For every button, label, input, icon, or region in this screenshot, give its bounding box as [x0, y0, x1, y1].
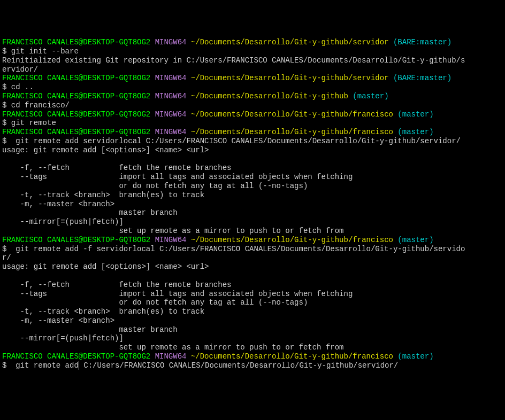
cwd-path: ~/Documents/Desarrollo/Git-y-github/fran…	[191, 352, 393, 361]
command-line: $ git remote add -f servidorlocal C:/Use…	[2, 245, 503, 263]
prompt-line: FRANCISCO CANALES@DESKTOP-GQT8OG2 MINGW6…	[2, 110, 503, 119]
cwd-path: ~/Documents/Desarrollo/Git-y-github/serv…	[191, 38, 389, 46]
user-host: FRANCISCO CANALES@DESKTOP-GQT8OG2	[2, 352, 150, 361]
branch-label: (master)	[397, 110, 433, 119]
user-host: FRANCISCO CANALES@DESKTOP-GQT8OG2	[2, 110, 150, 119]
command-output: usage: git remote add [<options>] <name>…	[2, 262, 503, 352]
command-text-after-cursor: C:/Users/FRANCISCO CANALES/Documents/Des…	[79, 361, 399, 370]
command-line: $ git remote	[2, 119, 503, 128]
command-line: $ cd francisco/	[2, 101, 503, 110]
prompt-line: FRANCISCO CANALES@DESKTOP-GQT8OG2 MINGW6…	[2, 128, 503, 137]
mingw-label: MINGW64	[155, 110, 187, 119]
mingw-label: MINGW64	[155, 74, 187, 82]
command-line: $ cd ..	[2, 83, 503, 92]
user-host: FRANCISCO CANALES@DESKTOP-GQT8OG2	[2, 236, 150, 244]
mingw-label: MINGW64	[155, 236, 187, 244]
terminal-output[interactable]: FRANCISCO CANALES@DESKTOP-GQT8OG2 MINGW6…	[2, 38, 503, 370]
cwd-path: ~/Documents/Desarrollo/Git-y-github/fran…	[191, 236, 393, 244]
branch-label: (master)	[353, 92, 388, 100]
command-line: $ git init --bare	[2, 47, 503, 56]
current-command-line[interactable]: $ git remote add C:/Users/FRANCISCO CANA…	[2, 361, 503, 370]
user-host: FRANCISCO CANALES@DESKTOP-GQT8OG2	[2, 74, 150, 82]
mingw-label: MINGW64	[155, 352, 187, 361]
user-host: FRANCISCO CANALES@DESKTOP-GQT8OG2	[2, 92, 150, 100]
branch-label: (BARE:master)	[393, 74, 452, 82]
command-output: Reinitialized existing Git repository in…	[2, 56, 503, 74]
cwd-path: ~/Documents/Desarrollo/Git-y-github	[191, 92, 348, 100]
command-text-before-cursor: $ git remote add	[2, 361, 79, 370]
prompt-line: FRANCISCO CANALES@DESKTOP-GQT8OG2 MINGW6…	[2, 38, 503, 47]
mingw-label: MINGW64	[155, 38, 187, 46]
branch-label: (master)	[397, 352, 433, 361]
cwd-path: ~/Documents/Desarrollo/Git-y-github/serv…	[191, 74, 389, 82]
command-output: usage: git remote add [<options>] <name>…	[2, 146, 503, 236]
mingw-label: MINGW64	[155, 128, 187, 136]
prompt-line: FRANCISCO CANALES@DESKTOP-GQT8OG2 MINGW6…	[2, 352, 503, 361]
prompt-line: FRANCISCO CANALES@DESKTOP-GQT8OG2 MINGW6…	[2, 236, 503, 245]
branch-label: (BARE:master)	[393, 38, 452, 46]
prompt-line: FRANCISCO CANALES@DESKTOP-GQT8OG2 MINGW6…	[2, 74, 503, 83]
branch-label: (master)	[397, 128, 433, 136]
cwd-path: ~/Documents/Desarrollo/Git-y-github/fran…	[191, 110, 393, 119]
user-host: FRANCISCO CANALES@DESKTOP-GQT8OG2	[2, 128, 150, 136]
user-host: FRANCISCO CANALES@DESKTOP-GQT8OG2	[2, 38, 150, 46]
mingw-label: MINGW64	[155, 92, 187, 100]
branch-label: (master)	[397, 236, 433, 244]
command-line: $ git remote add servidorlocal C:/Users/…	[2, 137, 503, 146]
cwd-path: ~/Documents/Desarrollo/Git-y-github/fran…	[191, 128, 393, 136]
prompt-line: FRANCISCO CANALES@DESKTOP-GQT8OG2 MINGW6…	[2, 92, 503, 101]
